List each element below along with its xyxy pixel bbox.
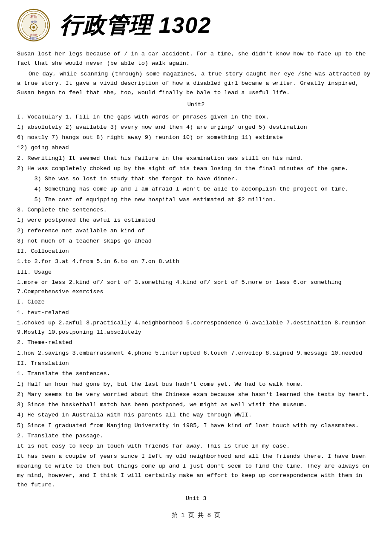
trans-sub2: 2. Translate the passage.	[17, 431, 375, 441]
intro-p1: Susan lost her legs because of / in a ca…	[17, 49, 375, 69]
collocation1: 1.to 2.for 3.at 4.from 5.in 6.to on 7.on…	[17, 257, 375, 266]
trans4: 4) He stayed in Australia with his paren…	[17, 410, 375, 420]
passage1: It is not easy to keep in touch with fri…	[17, 442, 375, 451]
unit2-title: Unit2	[17, 100, 375, 110]
translation-title: II. Translation	[17, 359, 375, 368]
svg-point-6	[32, 26, 35, 29]
passage2: It has been a couple of years since I le…	[17, 452, 375, 490]
trans5: 5) Since I graduated from Nanjing Univer…	[17, 421, 375, 431]
trans1: 1) Half an hour had gone by, but the las…	[17, 380, 375, 389]
intro-p2: One day, while scanning (through) some m…	[17, 69, 375, 98]
rewrite2: 2) He was completely choked up by the si…	[17, 164, 375, 173]
vocab-line2: 6) mostly 7) hangs out 8) right away 9) …	[17, 133, 375, 142]
unit3-title: Unit 3	[17, 494, 375, 503]
trans2: 2) Mary seems to be very worried about t…	[17, 390, 375, 399]
vocab-title: I. Vocabulary 1. Fill in the gaps with w…	[17, 113, 375, 122]
trans-sub1: 1. Translate the sentences.	[17, 369, 375, 379]
cloze-text2: 1.how 2.savings 3.embarrassment 4.phone …	[17, 349, 375, 358]
svg-text:北京市: 北京市	[30, 33, 37, 36]
logo: 石油 大学 北京市 朝阳区	[17, 9, 51, 43]
cloze-sub1: 1. text-related	[17, 308, 375, 318]
svg-text:石油: 石油	[30, 15, 37, 19]
vocab-line3: 12) going ahead	[17, 143, 375, 153]
rewrite5: 5) The cost of equipping the new hospita…	[17, 195, 375, 205]
complete3: 3) not much of a teacher skips go ahead	[17, 237, 375, 246]
usage1: 1.more or less 2.kind of/ sort of 3.some…	[17, 278, 375, 297]
vocab-line1: 1) absolutely 2) available 3) every now …	[17, 123, 375, 132]
cloze-title: I. Cloze	[17, 298, 375, 307]
main-content: Susan lost her legs because of / in a ca…	[17, 49, 375, 520]
rewrite4: 4) Something has come up and I am afraid…	[17, 185, 375, 194]
cloze-text1: 1.choked up 2.awful 3.practically 4.neig…	[17, 318, 375, 338]
cloze-sub2: 2. Theme-related	[17, 338, 375, 347]
complete-title: 3. Complete the sentences.	[17, 205, 375, 215]
complete2: 2) reference not available an kind of	[17, 226, 375, 236]
trans3: 3) Since the basketball match has been p…	[17, 400, 375, 410]
page-footer: 第 1 页 共 8 页	[17, 511, 375, 520]
usage-title: III. Usage	[17, 268, 375, 277]
rewrite3: 3) She was so lost in study that she for…	[17, 174, 375, 184]
page-header: 石油 大学 北京市 朝阳区 行政管理 1302	[17, 9, 375, 43]
complete1: 1) were postponed the awful is estimated	[17, 216, 375, 225]
page-title: 行政管理 1302	[60, 11, 211, 40]
rewrite-title: 2. Rewriting1) It seemed that his failur…	[17, 154, 375, 163]
svg-text:朝阳区: 朝阳区	[30, 37, 37, 40]
collocation-title: II. Collocation	[17, 247, 375, 256]
